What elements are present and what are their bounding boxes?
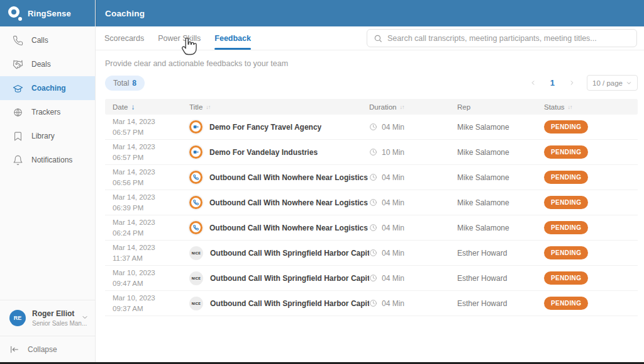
bell-icon <box>13 155 23 166</box>
main-content: Coaching Scorecards Power Skills Feedbac… <box>96 0 644 364</box>
sidebar-item-label: Trackers <box>31 108 60 117</box>
row-status: PENDING <box>544 120 630 134</box>
sort-icon: ↓↑ <box>206 104 210 110</box>
row-rep: Mike Salamone <box>457 224 544 232</box>
row-date: Mar 10, 202309:47 AM <box>113 268 189 288</box>
phone-call-icon <box>189 196 203 209</box>
sort-icon: ↓↑ <box>568 104 572 110</box>
row-rep: Esther Howard <box>457 249 544 258</box>
row-title[interactable]: NICEOutbound Call With Springfield Harbo… <box>189 271 369 285</box>
sort-desc-icon: ↓ <box>131 103 135 111</box>
column-header-date[interactable]: Date↓ <box>113 103 189 111</box>
total-count: 8 <box>132 79 136 88</box>
collapse-label: Collapse <box>28 345 57 354</box>
search-bar[interactable] <box>367 29 637 47</box>
row-rep: Esther Howard <box>457 299 544 308</box>
table-row[interactable]: Mar 14, 202306:57 PM Demo For Fancy Trav… <box>105 115 638 140</box>
row-status: PENDING <box>544 145 630 159</box>
page-header: Coaching <box>96 0 644 26</box>
total-label: Total <box>113 79 129 88</box>
tab-scorecards[interactable]: Scorecards <box>104 26 144 50</box>
feedback-table: Date↓ Title↓↑ Duration↓↑ Rep Status↓↑ Ma… <box>105 99 638 316</box>
row-duration: 04 Min <box>369 299 457 308</box>
collapse-icon <box>9 344 19 355</box>
status-badge: PENDING <box>544 145 588 159</box>
row-title[interactable]: Outbound Call With Nowhere Near Logistic… <box>189 196 369 209</box>
target-icon <box>13 107 23 118</box>
row-rep: Mike Salamone <box>457 173 544 182</box>
video-meeting-icon <box>189 120 203 134</box>
row-status: PENDING <box>544 196 630 209</box>
row-status: PENDING <box>544 271 630 285</box>
tab-bar: Scorecards Power Skills Feedback <box>96 26 644 50</box>
chevron-down-icon <box>626 80 632 86</box>
clock-icon <box>369 249 377 257</box>
sidebar-item-library[interactable]: Library <box>0 124 95 148</box>
row-duration: 04 Min <box>369 198 457 207</box>
user-menu[interactable]: RE Roger Elliot Senior Sales Man... <box>0 300 95 336</box>
page-size-select[interactable]: 10 / page <box>587 75 638 91</box>
prev-page-button[interactable] <box>530 77 536 89</box>
next-page-button[interactable] <box>569 77 575 89</box>
sidebar-item-trackers[interactable]: Trackers <box>0 100 95 124</box>
row-title[interactable]: NICEOutbound Call With Springfield Harbo… <box>189 297 369 310</box>
tab-feedback[interactable]: Feedback <box>214 26 251 50</box>
column-header-rep[interactable]: Rep <box>457 103 544 111</box>
row-rep: Mike Salamone <box>457 198 544 207</box>
tab-power-skills[interactable]: Power Skills <box>158 26 201 50</box>
table-row[interactable]: Mar 14, 202306:39 PM Outbound Call With … <box>105 190 638 215</box>
row-rep: Mike Salamone <box>457 123 544 132</box>
column-header-duration[interactable]: Duration↓↑ <box>369 103 457 111</box>
sidebar-item-label: Coaching <box>31 84 66 93</box>
table-row[interactable]: Mar 14, 202311:37 AM NICEOutbound Call W… <box>105 241 638 266</box>
table-row[interactable]: Mar 10, 202309:47 AM NICEOutbound Call W… <box>105 266 638 291</box>
phone-icon <box>13 35 23 46</box>
sidebar-item-deals[interactable]: Deals <box>0 52 95 76</box>
clock-icon <box>369 148 377 156</box>
table-header: Date↓ Title↓↑ Duration↓↑ Rep Status↓↑ <box>105 99 638 115</box>
current-page[interactable]: 1 <box>545 78 560 88</box>
table-row[interactable]: Mar 10, 202309:37 AM NICEOutbound Call W… <box>105 291 638 316</box>
clock-icon <box>369 274 377 282</box>
clock-icon <box>369 173 377 181</box>
row-title[interactable]: Outbound Call With Nowhere Near Logistic… <box>189 221 369 234</box>
bookmark-icon <box>13 131 23 142</box>
column-header-status[interactable]: Status↓↑ <box>544 103 630 111</box>
toolbar: Total 8 1 10 / page <box>105 75 638 91</box>
row-date: Mar 10, 202309:37 AM <box>113 293 189 314</box>
sidebar-item-coaching[interactable]: Coaching <box>0 76 95 100</box>
sidebar-item-calls[interactable]: Calls <box>0 28 95 52</box>
row-title[interactable]: Demo For Vandelay Industries <box>189 145 369 159</box>
row-title[interactable]: NICEOutbound Call With Springfield Harbo… <box>189 246 369 260</box>
column-header-title[interactable]: Title↓↑ <box>189 103 369 111</box>
row-duration: 10 Min <box>369 148 457 157</box>
graduation-cap-icon <box>13 83 23 94</box>
status-badge: PENDING <box>544 246 588 259</box>
chevron-down-icon[interactable] <box>81 312 89 324</box>
pagination: 1 10 / page <box>530 75 638 91</box>
clock-icon <box>369 224 377 232</box>
table-row[interactable]: Mar 14, 202306:57 PM Demo For Vandelay I… <box>105 140 638 165</box>
sidebar-item-notifications[interactable]: Notifications <box>0 148 95 172</box>
row-rep: Esther Howard <box>457 274 544 283</box>
nice-logo-icon: NICE <box>189 297 203 310</box>
sidebar-item-label: Notifications <box>31 156 72 164</box>
row-date: Mar 14, 202311:37 AM <box>113 242 189 263</box>
status-badge: PENDING <box>544 271 588 285</box>
row-duration: 04 Min <box>369 173 457 182</box>
handshake-icon <box>13 59 23 70</box>
row-title[interactable]: Demo For Fancy Travel Agency <box>189 120 369 134</box>
row-date: Mar 14, 202306:57 PM <box>113 142 189 162</box>
chevron-left-icon <box>530 79 536 86</box>
search-input[interactable] <box>387 34 630 43</box>
row-duration: 04 Min <box>369 123 457 132</box>
table-row[interactable]: Mar 14, 202306:56 PM Outbound Call With … <box>105 165 638 190</box>
nice-logo-icon: NICE <box>189 246 203 260</box>
page-subtitle: Provide clear and actionable feedbacks t… <box>105 59 644 68</box>
app-logo-bar: RingSense <box>0 0 95 26</box>
table-body: Mar 14, 202306:57 PM Demo For Fancy Trav… <box>105 115 638 316</box>
row-title[interactable]: Outbound Call With Nowhere Near Logistic… <box>189 171 369 184</box>
row-status: PENDING <box>544 221 630 234</box>
collapse-sidebar-button[interactable]: Collapse <box>0 336 95 362</box>
table-row[interactable]: Mar 14, 202306:24 PM Outbound Call With … <box>105 215 638 241</box>
